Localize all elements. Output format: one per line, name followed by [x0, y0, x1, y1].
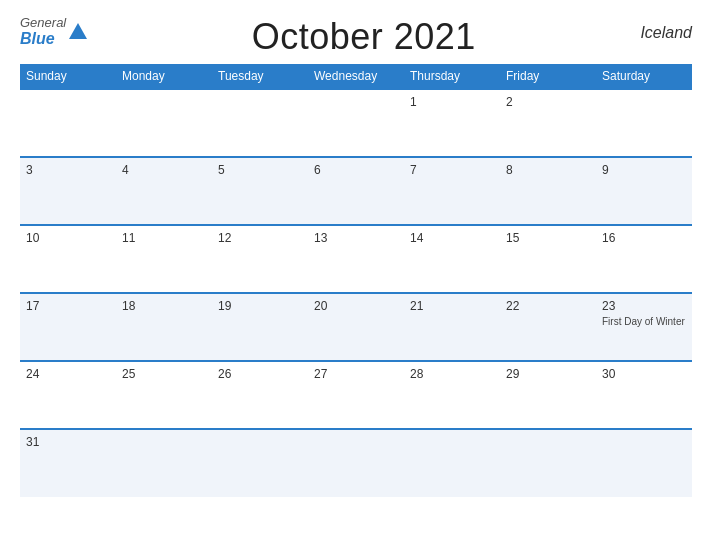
- day-cell: 7: [404, 157, 500, 225]
- day-number: 1: [410, 95, 494, 109]
- week-row-0: 12: [20, 89, 692, 157]
- week-row-5: 31: [20, 429, 692, 497]
- day-cell: 9: [596, 157, 692, 225]
- day-cell: 20: [308, 293, 404, 361]
- day-number: 16: [602, 231, 686, 245]
- day-number: 19: [218, 299, 302, 313]
- day-cell: [500, 429, 596, 497]
- day-cell: [116, 429, 212, 497]
- day-number: 6: [314, 163, 398, 177]
- day-number: 22: [506, 299, 590, 313]
- day-cell: 4: [116, 157, 212, 225]
- calendar-grid: Sunday Monday Tuesday Wednesday Thursday…: [20, 64, 692, 497]
- day-cell: 6: [308, 157, 404, 225]
- day-number: 27: [314, 367, 398, 381]
- day-cell: 29: [500, 361, 596, 429]
- day-number: 26: [218, 367, 302, 381]
- day-cell: 23First Day of Winter: [596, 293, 692, 361]
- day-cell: 15: [500, 225, 596, 293]
- day-cell: 11: [116, 225, 212, 293]
- day-cell: 28: [404, 361, 500, 429]
- col-sunday: Sunday: [20, 64, 116, 89]
- logo: General Blue: [20, 16, 87, 48]
- weekday-header-row: Sunday Monday Tuesday Wednesday Thursday…: [20, 64, 692, 89]
- day-number: 8: [506, 163, 590, 177]
- day-cell: 25: [116, 361, 212, 429]
- day-cell: [116, 89, 212, 157]
- day-number: 11: [122, 231, 206, 245]
- day-cell: 30: [596, 361, 692, 429]
- calendar-header: General Blue October 2021 Iceland: [20, 16, 692, 58]
- day-cell: 31: [20, 429, 116, 497]
- day-number: 29: [506, 367, 590, 381]
- col-saturday: Saturday: [596, 64, 692, 89]
- day-cell: 21: [404, 293, 500, 361]
- day-cell: 22: [500, 293, 596, 361]
- day-cell: [404, 429, 500, 497]
- day-cell: 3: [20, 157, 116, 225]
- day-cell: 12: [212, 225, 308, 293]
- day-cell: 13: [308, 225, 404, 293]
- day-cell: 19: [212, 293, 308, 361]
- day-cell: [308, 89, 404, 157]
- col-thursday: Thursday: [404, 64, 500, 89]
- day-cell: [20, 89, 116, 157]
- day-number: 5: [218, 163, 302, 177]
- week-row-3: 17181920212223First Day of Winter: [20, 293, 692, 361]
- day-cell: 14: [404, 225, 500, 293]
- day-cell: 18: [116, 293, 212, 361]
- day-number: 23: [602, 299, 686, 313]
- col-tuesday: Tuesday: [212, 64, 308, 89]
- day-cell: 10: [20, 225, 116, 293]
- day-cell: 16: [596, 225, 692, 293]
- day-number: 10: [26, 231, 110, 245]
- day-cell: 27: [308, 361, 404, 429]
- country-label: Iceland: [640, 16, 692, 42]
- day-cell: [308, 429, 404, 497]
- day-number: 14: [410, 231, 494, 245]
- day-cell: 1: [404, 89, 500, 157]
- col-monday: Monday: [116, 64, 212, 89]
- logo-triangle-icon: [69, 23, 87, 39]
- day-cell: 24: [20, 361, 116, 429]
- day-number: 25: [122, 367, 206, 381]
- day-cell: 17: [20, 293, 116, 361]
- calendar-container: General Blue October 2021 Iceland Sunday…: [0, 0, 712, 550]
- day-number: 24: [26, 367, 110, 381]
- logo-general-text: General: [20, 16, 66, 30]
- day-number: 31: [26, 435, 110, 449]
- event-label: First Day of Winter: [602, 315, 686, 328]
- day-number: 9: [602, 163, 686, 177]
- day-cell: 2: [500, 89, 596, 157]
- logo-blue-text: Blue: [20, 30, 66, 48]
- day-number: 13: [314, 231, 398, 245]
- calendar-title: October 2021: [87, 16, 640, 58]
- day-number: 4: [122, 163, 206, 177]
- day-number: 7: [410, 163, 494, 177]
- day-number: 21: [410, 299, 494, 313]
- day-number: 18: [122, 299, 206, 313]
- day-cell: 26: [212, 361, 308, 429]
- day-number: 17: [26, 299, 110, 313]
- day-number: 30: [602, 367, 686, 381]
- day-cell: 8: [500, 157, 596, 225]
- day-number: 3: [26, 163, 110, 177]
- day-number: 28: [410, 367, 494, 381]
- day-cell: [212, 89, 308, 157]
- week-row-1: 3456789: [20, 157, 692, 225]
- week-row-4: 24252627282930: [20, 361, 692, 429]
- day-number: 2: [506, 95, 590, 109]
- day-cell: 5: [212, 157, 308, 225]
- day-number: 20: [314, 299, 398, 313]
- col-wednesday: Wednesday: [308, 64, 404, 89]
- day-cell: [596, 429, 692, 497]
- col-friday: Friday: [500, 64, 596, 89]
- week-row-2: 10111213141516: [20, 225, 692, 293]
- day-number: 15: [506, 231, 590, 245]
- day-number: 12: [218, 231, 302, 245]
- day-cell: [212, 429, 308, 497]
